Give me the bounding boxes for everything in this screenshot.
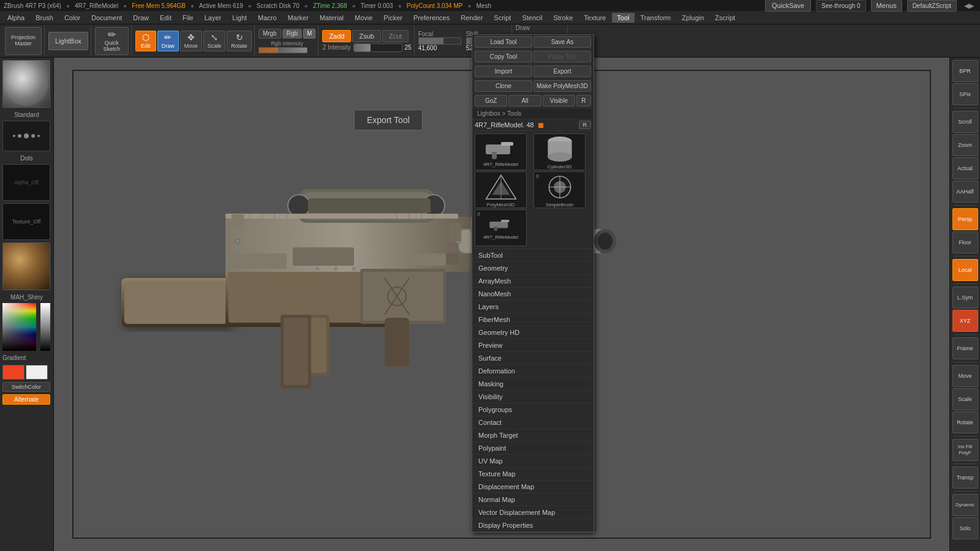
actual-button[interactable]: Actual <box>952 157 978 179</box>
section-morph-target[interactable]: Morph Target <box>472 429 594 442</box>
alpha-swatch[interactable]: Alpha_Off <box>2 164 50 201</box>
menu-macro[interactable]: Macro <box>253 13 282 23</box>
quicksave-button[interactable]: QuickSave <box>765 0 811 12</box>
goz-button[interactable]: GoZ <box>475 95 507 107</box>
menu-tool[interactable]: Tool <box>612 13 634 23</box>
zsub-button[interactable]: Zsub <box>352 30 380 42</box>
bpr-button[interactable]: BPR <box>952 60 978 82</box>
dynamic-button[interactable]: Dynamic <box>952 494 978 516</box>
lsym-button[interactable]: L.Sym <box>952 287 978 309</box>
section-deformation[interactable]: Deformation <box>472 365 594 378</box>
menu-material[interactable]: Material <box>315 13 349 23</box>
m-button[interactable]: M <box>303 29 315 39</box>
zcut-button[interactable]: Zcut <box>382 30 409 42</box>
section-displacement-map[interactable]: Displacement Map <box>472 481 594 493</box>
transp-button[interactable]: Transp <box>952 467 978 489</box>
section-nanomesh[interactable]: NanoMesh <box>472 288 594 301</box>
section-preview[interactable]: Preview <box>472 339 594 352</box>
make-polymesh-button[interactable]: Make PolyMesh3D <box>533 80 591 92</box>
paste-tool-button[interactable]: Paste Tool <box>533 51 591 62</box>
scale-button[interactable]: ⤡ Scale <box>203 31 226 51</box>
import-button[interactable]: Import <box>475 66 532 77</box>
menu-transform[interactable]: Transform <box>636 13 676 23</box>
spix-button[interactable]: SPix <box>952 83 978 105</box>
see-through-button[interactable]: See-through 0 <box>816 0 865 12</box>
mrgb-button[interactable]: Mrgb <box>258 29 281 39</box>
all-button[interactable]: All <box>508 95 541 107</box>
move-button[interactable]: ✥ Move <box>180 31 202 51</box>
section-surface[interactable]: Surface <box>472 352 594 365</box>
floor-button[interactable]: Floor <box>952 231 978 253</box>
section-geometry[interactable]: Geometry <box>472 262 594 275</box>
menu-script[interactable]: Script <box>489 13 516 23</box>
tool-thumb-rifle[interactable]: 4R7_RifleModel <box>475 133 527 170</box>
zoom-button[interactable]: Zoom <box>952 134 978 156</box>
tool-thumb-cylinder[interactable]: Cylinder3D <box>533 133 586 170</box>
rotate-button[interactable]: ↻ Rotate <box>227 31 252 51</box>
frame-button[interactable]: Frame <box>952 337 978 359</box>
section-fibermesh[interactable]: FiberMesh <box>472 313 594 326</box>
clone-button[interactable]: Clone <box>475 80 532 92</box>
menu-render[interactable]: Render <box>456 13 488 23</box>
z-intensity-slider[interactable] <box>353 43 402 52</box>
local-button[interactable]: Local <box>952 259 978 281</box>
section-polygroups[interactable]: Polygroups <box>472 403 594 416</box>
edit-button[interactable]: ⬡ Edit <box>135 31 156 51</box>
scale-r-button[interactable]: Scale <box>952 388 978 410</box>
export-button[interactable]: Export <box>533 66 591 77</box>
rgb-button[interactable]: Rgb <box>282 29 302 39</box>
visible-button[interactable]: Visible <box>543 95 575 107</box>
menu-texture[interactable]: Texture <box>579 13 611 23</box>
section-layers[interactable]: Layers <box>472 301 594 313</box>
section-geometry-hd[interactable]: Geometry HD <box>472 326 594 339</box>
menu-draw[interactable]: Draw <box>128 13 154 23</box>
section-subtool[interactable]: SubTool <box>472 249 594 262</box>
quick-sketch-button[interactable]: ✏ Quick Sketch <box>95 27 129 55</box>
tool-thumb-polymesh[interactable]: PolyMesh3D <box>475 171 527 208</box>
color-picker[interactable] <box>2 303 50 351</box>
aahalf-button[interactable]: AAHalf <box>952 181 978 203</box>
white-swatch[interactable] <box>26 365 48 380</box>
menu-zscript[interactable]: Zscript <box>710 13 740 23</box>
section-texture-map[interactable]: Texture Map <box>472 468 594 481</box>
section-arraymesh[interactable]: ArrayMesh <box>472 275 594 288</box>
r-button-goz[interactable]: R <box>576 95 591 107</box>
material-swatch[interactable] <box>2 242 50 290</box>
section-vector-displacement-map[interactable]: Vector Displacement Map <box>472 506 594 519</box>
texture-swatch[interactable]: Texture_Off <box>2 203 50 240</box>
solo-button[interactable]: Solo <box>952 517 978 539</box>
section-masking[interactable]: Masking <box>472 378 594 391</box>
menu-color[interactable]: Color <box>59 13 85 23</box>
menu-movie[interactable]: Movie <box>350 13 377 23</box>
brush-swatch[interactable] <box>2 60 50 108</box>
section-uv-map[interactable]: UV Map <box>472 455 594 468</box>
section-polypaint[interactable]: Polypaint <box>472 442 594 455</box>
section-visibility[interactable]: Visibility <box>472 391 594 403</box>
section-display-properties[interactable]: Display Properties <box>472 519 594 532</box>
persp-button[interactable]: Persp <box>952 208 978 230</box>
menu-alpha[interactable]: Alpha <box>2 13 29 23</box>
menu-stroke[interactable]: Stroke <box>548 13 578 23</box>
menu-light[interactable]: Light <box>227 13 252 23</box>
move-r-button[interactable]: Move <box>952 365 978 387</box>
save-as-button[interactable]: Save As <box>533 36 591 48</box>
dots-preview[interactable] <box>2 121 50 151</box>
menu-marker[interactable]: Marker <box>283 13 314 23</box>
xyz-button[interactable]: XYZ <box>952 310 978 332</box>
menu-brush[interactable]: Brush <box>31 13 58 23</box>
copy-tool-button[interactable]: Copy Tool <box>475 51 532 62</box>
load-tool-button[interactable]: Load Tool <box>475 36 532 48</box>
draw-button[interactable]: ✏ Draw <box>157 31 179 51</box>
menu-picker[interactable]: Picker <box>379 13 407 23</box>
lightbox-button[interactable]: LightBox <box>48 32 88 50</box>
default-zscript-button[interactable]: DefaultZScript <box>907 0 957 12</box>
tool-thumb-simplebrush[interactable]: 8 SimpleBrush <box>533 171 586 208</box>
menu-layer[interactable]: Layer <box>200 13 227 23</box>
menu-preferences[interactable]: Preferences <box>409 13 454 23</box>
menu-edit[interactable]: Edit <box>155 13 176 23</box>
section-normal-map[interactable]: Normal Map <box>472 493 594 506</box>
menu-document[interactable]: Document <box>86 13 127 23</box>
projection-master-button[interactable]: Projection Master <box>5 27 42 55</box>
menu-file[interactable]: File <box>178 13 198 23</box>
ins-fill-button[interactable]: Ins FillPolyF <box>952 439 978 461</box>
